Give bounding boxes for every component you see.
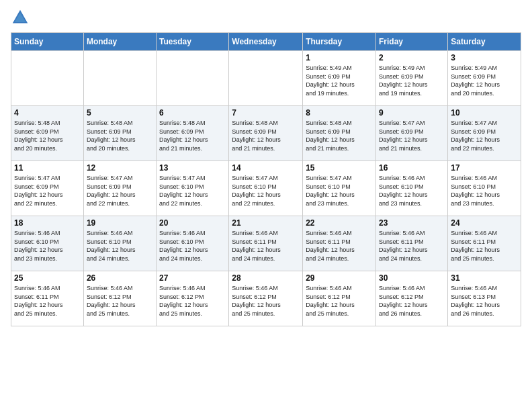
day-number: 20 [159, 218, 226, 228]
day-number: 2 [379, 53, 445, 62]
calendar-cell: 6Sunrise: 5:48 AM Sunset: 6:09 PM Daylig… [157, 106, 229, 161]
calendar-week-row: 11Sunrise: 5:47 AM Sunset: 6:09 PM Dayli… [11, 161, 521, 216]
calendar-cell: 16Sunrise: 5:46 AM Sunset: 6:10 PM Dayli… [376, 161, 448, 216]
day-number: 6 [159, 108, 226, 118]
day-number: 31 [451, 273, 518, 283]
day-number: 18 [14, 218, 81, 228]
day-info: Sunrise: 5:46 AM Sunset: 6:12 PM Dayligh… [379, 284, 445, 318]
day-info: Sunrise: 5:49 AM Sunset: 6:09 PM Dayligh… [306, 64, 373, 97]
calendar-cell: 19Sunrise: 5:46 AM Sunset: 6:10 PM Dayli… [83, 216, 156, 271]
calendar-cell: 4Sunrise: 5:48 AM Sunset: 6:09 PM Daylig… [11, 106, 84, 161]
day-number: 23 [379, 218, 445, 228]
day-of-week-header: Friday [376, 33, 448, 51]
calendar-week-row: 1Sunrise: 5:49 AM Sunset: 6:09 PM Daylig… [11, 51, 521, 106]
day-of-week-header: Thursday [303, 33, 376, 51]
day-number: 1 [306, 53, 373, 62]
day-info: Sunrise: 5:47 AM Sunset: 6:09 PM Dayligh… [451, 119, 518, 152]
calendar-cell: 10Sunrise: 5:47 AM Sunset: 6:09 PM Dayli… [448, 106, 521, 161]
day-number: 12 [87, 163, 153, 173]
day-number: 11 [14, 163, 81, 173]
day-number: 25 [14, 273, 81, 283]
calendar-cell: 15Sunrise: 5:47 AM Sunset: 6:10 PM Dayli… [303, 161, 376, 216]
day-of-week-header: Saturday [448, 33, 521, 51]
calendar-cell: 26Sunrise: 5:46 AM Sunset: 6:12 PM Dayli… [83, 271, 156, 326]
calendar-cell [83, 51, 156, 106]
day-number: 15 [306, 163, 373, 173]
calendar-cell: 11Sunrise: 5:47 AM Sunset: 6:09 PM Dayli… [11, 161, 84, 216]
calendar-cell [157, 51, 229, 106]
day-number: 8 [306, 108, 373, 118]
calendar-cell: 28Sunrise: 5:46 AM Sunset: 6:12 PM Dayli… [229, 271, 303, 326]
day-info: Sunrise: 5:46 AM Sunset: 6:10 PM Dayligh… [451, 174, 518, 208]
calendar-week-row: 25Sunrise: 5:46 AM Sunset: 6:11 PM Dayli… [11, 271, 521, 326]
day-info: Sunrise: 5:46 AM Sunset: 6:13 PM Dayligh… [451, 284, 518, 318]
calendar-cell: 24Sunrise: 5:46 AM Sunset: 6:11 PM Dayli… [448, 216, 521, 271]
day-number: 21 [232, 218, 300, 228]
day-number: 28 [232, 273, 300, 283]
calendar-cell: 17Sunrise: 5:46 AM Sunset: 6:10 PM Dayli… [448, 161, 521, 216]
day-info: Sunrise: 5:46 AM Sunset: 6:10 PM Dayligh… [14, 229, 81, 263]
day-info: Sunrise: 5:46 AM Sunset: 6:11 PM Dayligh… [14, 284, 81, 318]
day-info: Sunrise: 5:48 AM Sunset: 6:09 PM Dayligh… [159, 119, 226, 152]
day-number: 9 [379, 108, 445, 118]
header [11, 8, 521, 27]
day-of-week-header: Wednesday [229, 33, 303, 51]
day-info: Sunrise: 5:46 AM Sunset: 6:11 PM Dayligh… [379, 229, 445, 263]
calendar-cell: 12Sunrise: 5:47 AM Sunset: 6:09 PM Dayli… [83, 161, 156, 216]
calendar-cell: 7Sunrise: 5:48 AM Sunset: 6:09 PM Daylig… [229, 106, 303, 161]
day-info: Sunrise: 5:47 AM Sunset: 6:09 PM Dayligh… [14, 174, 81, 208]
day-info: Sunrise: 5:46 AM Sunset: 6:12 PM Dayligh… [306, 284, 373, 318]
calendar-cell: 18Sunrise: 5:46 AM Sunset: 6:10 PM Dayli… [11, 216, 84, 271]
day-info: Sunrise: 5:49 AM Sunset: 6:09 PM Dayligh… [451, 64, 518, 97]
day-number: 22 [306, 218, 373, 228]
calendar-cell: 8Sunrise: 5:48 AM Sunset: 6:09 PM Daylig… [303, 106, 376, 161]
calendar-cell: 31Sunrise: 5:46 AM Sunset: 6:13 PM Dayli… [448, 271, 521, 326]
day-info: Sunrise: 5:46 AM Sunset: 6:10 PM Dayligh… [159, 229, 226, 263]
day-info: Sunrise: 5:47 AM Sunset: 6:09 PM Dayligh… [379, 119, 445, 152]
logo-icon [11, 8, 30, 27]
day-info: Sunrise: 5:46 AM Sunset: 6:10 PM Dayligh… [87, 229, 153, 263]
day-number: 17 [451, 163, 518, 173]
day-info: Sunrise: 5:46 AM Sunset: 6:12 PM Dayligh… [232, 284, 300, 318]
day-info: Sunrise: 5:46 AM Sunset: 6:11 PM Dayligh… [306, 229, 373, 263]
calendar-cell: 21Sunrise: 5:46 AM Sunset: 6:11 PM Dayli… [229, 216, 303, 271]
calendar-cell: 29Sunrise: 5:46 AM Sunset: 6:12 PM Dayli… [303, 271, 376, 326]
day-number: 19 [87, 218, 153, 228]
day-number: 29 [306, 273, 373, 283]
day-number: 3 [451, 53, 518, 62]
day-number: 4 [14, 108, 81, 118]
calendar-cell: 5Sunrise: 5:48 AM Sunset: 6:09 PM Daylig… [83, 106, 156, 161]
day-info: Sunrise: 5:47 AM Sunset: 6:09 PM Dayligh… [87, 174, 153, 208]
day-number: 7 [232, 108, 300, 118]
day-of-week-header: Tuesday [157, 33, 229, 51]
calendar-week-row: 18Sunrise: 5:46 AM Sunset: 6:10 PM Dayli… [11, 216, 521, 271]
day-number: 26 [87, 273, 153, 283]
day-number: 24 [451, 218, 518, 228]
calendar-cell [11, 51, 84, 106]
day-of-week-header: Monday [83, 33, 156, 51]
day-info: Sunrise: 5:48 AM Sunset: 6:09 PM Dayligh… [306, 119, 373, 152]
day-number: 13 [159, 163, 226, 173]
calendar-cell: 23Sunrise: 5:46 AM Sunset: 6:11 PM Dayli… [376, 216, 448, 271]
calendar-week-row: 4Sunrise: 5:48 AM Sunset: 6:09 PM Daylig… [11, 106, 521, 161]
day-info: Sunrise: 5:48 AM Sunset: 6:09 PM Dayligh… [232, 119, 300, 152]
day-info: Sunrise: 5:46 AM Sunset: 6:11 PM Dayligh… [451, 229, 518, 263]
calendar-cell: 1Sunrise: 5:49 AM Sunset: 6:09 PM Daylig… [303, 51, 376, 106]
day-number: 27 [159, 273, 226, 283]
day-info: Sunrise: 5:49 AM Sunset: 6:09 PM Dayligh… [379, 64, 445, 97]
day-info: Sunrise: 5:47 AM Sunset: 6:10 PM Dayligh… [232, 174, 300, 208]
calendar-cell: 27Sunrise: 5:46 AM Sunset: 6:12 PM Dayli… [157, 271, 229, 326]
day-number: 16 [379, 163, 445, 173]
day-info: Sunrise: 5:46 AM Sunset: 6:10 PM Dayligh… [379, 174, 445, 208]
day-info: Sunrise: 5:46 AM Sunset: 6:12 PM Dayligh… [159, 284, 226, 318]
day-number: 5 [87, 108, 153, 118]
day-info: Sunrise: 5:47 AM Sunset: 6:10 PM Dayligh… [306, 174, 373, 208]
calendar-cell [229, 51, 303, 106]
calendar-cell: 20Sunrise: 5:46 AM Sunset: 6:10 PM Dayli… [157, 216, 229, 271]
calendar-cell: 25Sunrise: 5:46 AM Sunset: 6:11 PM Dayli… [11, 271, 84, 326]
calendar-table: SundayMondayTuesdayWednesdayThursdayFrid… [11, 32, 521, 326]
calendar-header-row: SundayMondayTuesdayWednesdayThursdayFrid… [11, 33, 521, 51]
calendar-cell: 2Sunrise: 5:49 AM Sunset: 6:09 PM Daylig… [376, 51, 448, 106]
calendar-cell: 14Sunrise: 5:47 AM Sunset: 6:10 PM Dayli… [229, 161, 303, 216]
logo [11, 8, 32, 27]
